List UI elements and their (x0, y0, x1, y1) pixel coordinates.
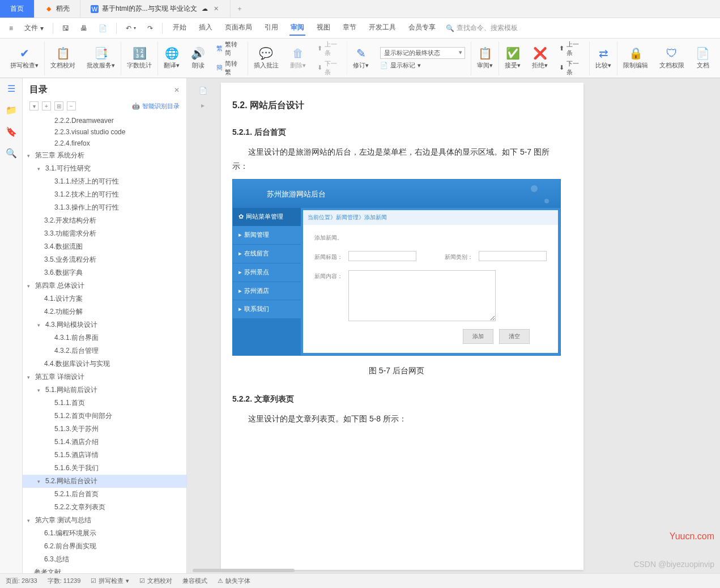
textarea-content[interactable] (348, 270, 496, 321)
outline-icon[interactable]: ☰ (6, 83, 17, 94)
next-revision-button[interactable]: ⬇ 下一条 (559, 59, 583, 76)
expand-icon[interactable]: + (42, 101, 51, 110)
horizontal-scrollbar[interactable] (193, 569, 295, 572)
simp-to-trad-button[interactable]: 簡简转繁 (216, 59, 242, 76)
toc-item[interactable]: 4.3.1.前台界面 (23, 331, 186, 344)
markup-state-dropdown[interactable]: 显示标记的最终状态 (380, 47, 465, 59)
add-button[interactable]: 添加 (463, 329, 493, 344)
status-proof[interactable]: ☑ 文档校对 (139, 577, 172, 585)
toc-item[interactable]: 4.1.设计方案 (23, 292, 186, 305)
doc-permission-button[interactable]: 🛡文档权限 (654, 41, 690, 75)
menu-视图[interactable]: 视图 (316, 20, 331, 36)
level-icon[interactable]: ⊞ (54, 101, 63, 110)
menu-插入[interactable]: 插入 (198, 20, 214, 36)
toc-item[interactable]: 5.1.3.关于苏州 (23, 423, 186, 436)
undo-icon[interactable]: ↶▾ (121, 22, 140, 35)
clear-button[interactable]: 清空 (499, 329, 530, 344)
admin-menu-item[interactable]: ▸联系我们 (233, 300, 301, 319)
redo-icon[interactable]: ↷ (143, 22, 157, 35)
toc-item[interactable]: 6.2.前台界面实现 (23, 540, 186, 553)
doc-auth-button[interactable]: 📄文档 (690, 41, 715, 75)
save-icon[interactable]: 🖫 (58, 22, 74, 35)
toc-item[interactable]: ▾第五章 详细设计 (23, 370, 186, 384)
revise-button[interactable]: ✎修订▾ (347, 41, 374, 75)
menu-开发工具[interactable]: 开发工具 (368, 20, 397, 36)
toc-item[interactable]: ▾第四章 总体设计 (23, 279, 186, 292)
admin-menu-item[interactable]: ▸在线留言 (233, 245, 301, 263)
admin-menu-item[interactable]: ▸苏州酒店 (233, 282, 301, 301)
toc-item[interactable]: 3.2.开发结构分析 (23, 214, 186, 227)
toc-item[interactable]: 6.3.总结 (23, 553, 186, 566)
toc-item[interactable]: 3.1.3.操作上的可行性 (23, 201, 186, 214)
trad-to-simp-button[interactable]: 繁繁转简 (216, 40, 242, 57)
review-pane-button[interactable]: 📋审阅▾ (471, 41, 499, 75)
toc-item[interactable]: 4.4.数据库设计与实现 (23, 357, 186, 370)
toc-item[interactable]: 6.1.编程环境展示 (23, 527, 186, 540)
toc-item[interactable]: 5.1.2.首页中间部分 (23, 410, 186, 423)
spell-check-button[interactable]: ✔拼写检查▾ (5, 41, 45, 75)
restrict-edit-button[interactable]: 🔒限制编辑 (617, 41, 654, 75)
read-aloud-button[interactable]: 🔊朗读 (185, 41, 211, 75)
toc-item[interactable]: 2.2.2.Dreamweaver (23, 115, 186, 126)
toc-item[interactable]: 3.6.数据字典 (23, 266, 186, 279)
status-spell[interactable]: ☑ 拼写检查 ▾ (91, 577, 129, 585)
file-menu[interactable]: 文件▾ (20, 21, 48, 35)
toc-item[interactable]: 3.3.功能需求分析 (23, 227, 186, 240)
word-count[interactable]: 字数: 11239 (48, 577, 81, 585)
print-preview-icon[interactable]: 📄 (94, 22, 112, 35)
toc-item[interactable]: ▾5.2.网站后台设计 (23, 475, 186, 488)
toc-item[interactable]: 3.1.2.技术上的可行性 (23, 188, 186, 201)
menu-会员专享[interactable]: 会员专享 (407, 20, 437, 36)
toc-item[interactable]: 3.1.1.经济上的可行性 (23, 175, 186, 188)
show-markup-button[interactable]: 📄 显示标记▾ (380, 61, 465, 70)
admin-menu-item[interactable]: ▸新闻管理 (233, 226, 301, 245)
doc-proof-button[interactable]: 📋文档校对 (45, 41, 81, 75)
collapse-all-icon[interactable]: ▾ (29, 101, 39, 110)
collapse-icon[interactable]: − (67, 101, 76, 110)
toc-item[interactable]: ▾第三章 系统分析 (23, 149, 186, 162)
tab-daoke[interactable]: ◆稻壳 (35, 0, 80, 18)
toc-item[interactable]: 4.2.功能分解 (23, 305, 186, 318)
tab-home[interactable]: 首页 (0, 0, 35, 18)
toc-item[interactable]: 5.1.1.首页 (23, 397, 186, 410)
toc-item[interactable]: ▾第六章 测试与总结 (23, 514, 186, 527)
menu-开始[interactable]: 开始 (172, 20, 188, 36)
input-type[interactable] (479, 251, 547, 261)
hamburger-icon[interactable]: ≡ (5, 22, 18, 35)
toc-item[interactable]: 参考文献 (23, 566, 186, 573)
toc-item[interactable]: ▾5.1.网站前后设计 (23, 384, 186, 397)
page-nav-icon[interactable]: ▸ (197, 100, 208, 111)
toc-item[interactable]: ▾4.3.网站模块设计 (23, 318, 186, 331)
prev-revision-button[interactable]: ⬆ 上一条 (559, 40, 583, 57)
menu-引用[interactable]: 引用 (263, 20, 279, 36)
compare-button[interactable]: ⇄比较▾ (590, 41, 617, 75)
toc-item[interactable]: ▾3.1.可行性研究 (23, 162, 186, 175)
insert-comment-button[interactable]: 💬插入批注 (248, 41, 284, 75)
batch-service-button[interactable]: 📑批改服务▾ (81, 41, 121, 75)
input-title[interactable] (348, 251, 416, 261)
ai-toc-button[interactable]: 🤖智能识别目录 (132, 102, 180, 110)
delete-comment-button[interactable]: 🗑删除▾ (284, 41, 312, 75)
word-count-button[interactable]: 🔢字数统计 (121, 41, 158, 75)
accept-button[interactable]: ✅接受▾ (499, 41, 526, 75)
admin-menu-item[interactable]: ▸苏州景点 (233, 263, 301, 282)
menu-页面布局[interactable]: 页面布局 (224, 20, 253, 36)
toc-item[interactable]: 5.2.2.文章列表页 (23, 501, 186, 514)
search-sidebar-icon[interactable]: 🔍 (6, 147, 17, 159)
toc-item[interactable]: 3.5.业务流程分析 (23, 253, 186, 266)
close-panel-icon[interactable]: ✕ (174, 86, 180, 94)
bookmark-icon[interactable]: 🔖 (6, 126, 17, 137)
status-compat[interactable]: 兼容模式 (182, 577, 207, 585)
status-missing-font[interactable]: ⚠ 缺失字体 (218, 577, 250, 585)
print-icon[interactable]: 🖶 (76, 22, 92, 35)
document-area[interactable]: 📄 ▸ 5.2. 网站后台设计 5.2.1. 后台首页 这里设计的是旅游网站的后… (187, 78, 720, 573)
toc-item[interactable]: 5.2.1.后台首页 (23, 488, 186, 501)
translate-button[interactable]: 🌐翻译▾ (158, 41, 185, 75)
tab-document[interactable]: W基于html的苏...与实现 毕业论文☁✕ (80, 0, 231, 18)
toc-item[interactable]: 4.3.2.后台管理 (23, 344, 186, 357)
reject-button[interactable]: ❌拒绝▾ (526, 41, 553, 75)
prev-comment-button[interactable]: ⬆ 上一条 (317, 40, 342, 57)
menu-章节[interactable]: 章节 (342, 20, 357, 36)
new-tab-button[interactable]: ＋ (231, 0, 249, 18)
page-indicator[interactable]: 页面: 28/33 (6, 577, 37, 585)
